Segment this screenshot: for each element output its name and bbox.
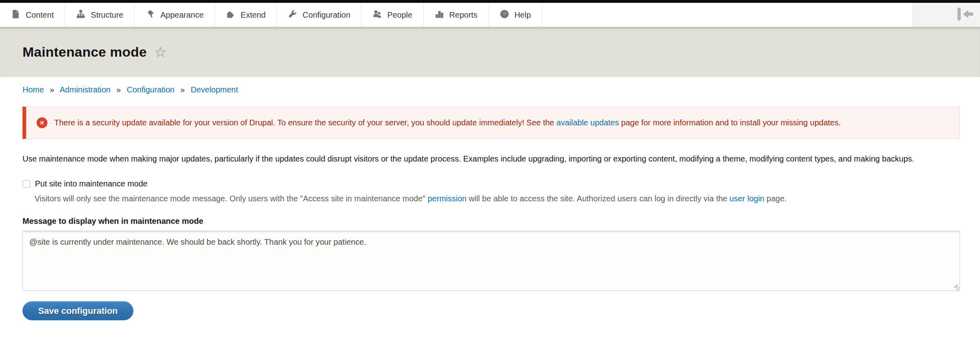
collapse-left-icon — [956, 6, 974, 23]
toolbar-item-label: Appearance — [160, 10, 204, 20]
puzzle-icon — [226, 9, 235, 20]
admin-toolbar: Content Structure Appearance Ext — [0, 3, 980, 27]
error-circle-x-icon: ✕ — [37, 117, 47, 128]
structure-icon — [76, 9, 86, 20]
content-icon — [11, 9, 20, 20]
toolbar-item-appearance[interactable]: Appearance — [135, 3, 215, 27]
toolbar-item-label: Reports — [449, 10, 478, 20]
toolbar-item-reports[interactable]: Reports — [424, 3, 489, 27]
maintenance-mode-checkbox-row: Put site into maintenance mode — [22, 179, 960, 188]
breadcrumb-link-administration[interactable]: Administration — [60, 85, 111, 94]
breadcrumb-link-development[interactable]: Development — [191, 85, 238, 94]
maintenance-message-textarea[interactable]: @site is currently under maintenance. We… — [22, 231, 960, 291]
description-part3: page. — [764, 194, 787, 203]
breadcrumb-separator: » — [116, 85, 121, 94]
bar-chart-icon — [435, 9, 444, 20]
error-message-text: There is a security update available for… — [54, 116, 841, 129]
breadcrumb-separator: » — [50, 85, 54, 94]
toolbar-item-structure[interactable]: Structure — [65, 3, 135, 27]
people-icon — [372, 9, 382, 20]
toolbar-item-label: Help — [514, 10, 531, 20]
toolbar-item-extend[interactable]: Extend — [215, 3, 277, 27]
page-title: Maintenance mode — [22, 44, 147, 60]
toolbar-item-label: People — [387, 10, 412, 20]
maintenance-mode-checkbox[interactable] — [22, 180, 30, 188]
toolbar-item-label: Configuration — [302, 10, 350, 20]
breadcrumb-link-home[interactable]: Home — [22, 85, 44, 94]
top-black-bar — [0, 0, 980, 3]
error-text-before-link: There is a security update available for… — [54, 118, 556, 127]
toolbar-item-label: Content — [26, 10, 54, 20]
message-field-label: Message to display when in maintenance m… — [22, 217, 960, 226]
security-update-error-message: ✕ There is a security update available f… — [22, 106, 960, 139]
star-shortcut-icon[interactable]: ☆ — [154, 45, 167, 59]
message-textarea-wrap: @site is currently under maintenance. We… — [22, 231, 960, 291]
svg-text:?: ? — [502, 11, 506, 17]
toolbar-collapse-button[interactable] — [913, 3, 980, 27]
help-question-icon: ? — [500, 9, 509, 20]
permission-link[interactable]: permission — [428, 194, 467, 203]
available-updates-link[interactable]: available updates — [556, 118, 619, 127]
breadcrumb: Home » Administration » Configuration » … — [0, 77, 980, 94]
toolbar-item-content[interactable]: Content — [0, 3, 65, 27]
user-login-link[interactable]: user login — [729, 194, 764, 203]
breadcrumb-link-configuration[interactable]: Configuration — [127, 85, 174, 94]
wrench-icon — [288, 9, 297, 20]
maintenance-mode-description: Visitors will only see the maintenance m… — [35, 192, 960, 205]
paintbrush-icon — [145, 9, 155, 20]
breadcrumb-separator: » — [180, 85, 185, 94]
toolbar-spacer — [542, 3, 913, 27]
maintenance-mode-intro: Use maintenance mode when making major u… — [22, 152, 960, 166]
description-part2: will be able to access the site. Authori… — [466, 194, 729, 203]
maintenance-mode-checkbox-label[interactable]: Put site into maintenance mode — [35, 179, 147, 188]
description-part1: Visitors will only see the maintenance m… — [35, 194, 428, 203]
toolbar-item-people[interactable]: People — [361, 3, 423, 27]
page-header: Maintenance mode ☆ — [0, 27, 980, 77]
error-text-after-link: page for more information and to install… — [619, 118, 841, 127]
toolbar-item-label: Structure — [91, 10, 123, 20]
save-configuration-button[interactable]: Save configuration — [22, 301, 133, 320]
toolbar-item-configuration[interactable]: Configuration — [277, 3, 361, 27]
toolbar-item-label: Extend — [241, 10, 265, 20]
toolbar-item-help[interactable]: ? Help — [489, 3, 542, 27]
